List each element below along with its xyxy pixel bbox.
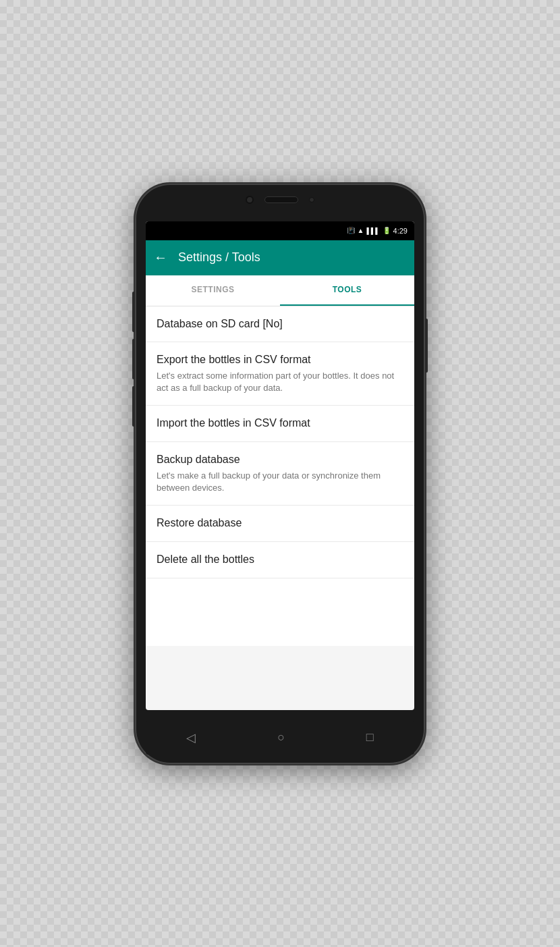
menu-item-export-csv-title: Export the bottles in CSV format <box>157 353 403 367</box>
menu-item-sd-card[interactable]: Database on SD card [No] <box>146 306 414 343</box>
menu-item-backup-db[interactable]: Backup database Let's make a full backup… <box>146 442 414 506</box>
tab-bar: SETTINGS TOOLS <box>146 275 414 306</box>
status-time: 4:29 <box>393 227 408 235</box>
menu-item-import-csv-title: Import the bottles in CSV format <box>157 416 403 431</box>
menu-item-sd-card-title: Database on SD card [No] <box>157 317 403 331</box>
nav-recent-icon[interactable]: □ <box>366 730 374 745</box>
menu-item-backup-db-subtitle: Let's make a full backup of your data or… <box>157 470 403 494</box>
menu-item-backup-db-title: Backup database <box>157 453 403 467</box>
wifi-icon: ▲ <box>358 227 364 234</box>
menu-item-export-csv-subtitle: Let's extract some information part of y… <box>157 370 403 394</box>
phone-top-bar <box>219 196 341 204</box>
menu-item-restore-db-title: Restore database <box>157 516 403 531</box>
phone-nav-bar: ◁ ○ □ <box>146 721 414 755</box>
menu-item-import-csv[interactable]: Import the bottles in CSV format <box>146 406 414 442</box>
signal-icon: ▌▌▌ <box>366 227 379 234</box>
status-icons: 📳 ▲ ▌▌▌ 🔋 4:29 <box>347 227 408 235</box>
phone-body: 📳 ▲ ▌▌▌ 🔋 4:29 ← Settings / Tools SET <box>135 184 425 764</box>
tab-settings[interactable]: SETTINGS <box>146 275 280 306</box>
menu-item-delete-bottles[interactable]: Delete all the bottles <box>146 542 414 578</box>
earpiece-speaker <box>264 196 298 203</box>
menu-item-restore-db[interactable]: Restore database <box>146 506 414 542</box>
nav-back-icon[interactable]: ◁ <box>186 730 196 745</box>
nav-home-icon[interactable]: ○ <box>277 730 285 745</box>
menu-content: Database on SD card [No] Export the bott… <box>146 306 414 647</box>
vibrate-icon: 📳 <box>347 227 355 234</box>
battery-icon: 🔋 <box>383 227 391 234</box>
status-bar: 📳 ▲ ▌▌▌ 🔋 4:29 <box>146 221 414 240</box>
front-camera <box>246 196 254 204</box>
phone-device: 📳 ▲ ▌▌▌ 🔋 4:29 ← Settings / Tools SET <box>135 184 425 764</box>
back-button[interactable]: ← <box>154 250 167 265</box>
app-bar-title: Settings / Tools <box>178 250 260 265</box>
sensor <box>309 197 314 202</box>
menu-item-delete-bottles-title: Delete all the bottles <box>157 553 403 567</box>
phone-screen: 📳 ▲ ▌▌▌ 🔋 4:29 ← Settings / Tools SET <box>146 221 414 710</box>
empty-space <box>146 578 414 646</box>
app-bar: ← Settings / Tools <box>146 240 414 275</box>
menu-item-export-csv[interactable]: Export the bottles in CSV format Let's e… <box>146 342 414 406</box>
tab-tools[interactable]: TOOLS <box>280 275 414 306</box>
